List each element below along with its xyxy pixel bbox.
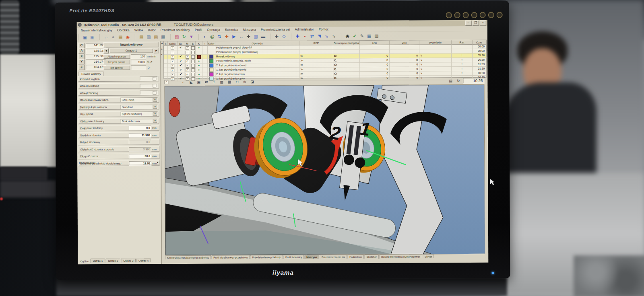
- op-row-button[interactable]: Aktualny posuw: [103, 54, 130, 59]
- blade-selector[interactable]: Ostrze 1: [109, 48, 153, 53]
- toolbar-icon[interactable]: ▦: [366, 33, 372, 39]
- viewport-checkbox[interactable]: ✓: [164, 80, 168, 84]
- toolbar-icon[interactable]: ▥: [146, 34, 152, 40]
- osd-button[interactable]: [454, 12, 460, 18]
- checkbox[interactable]: ✓: [171, 55, 174, 59]
- osd-button[interactable]: [471, 12, 477, 18]
- menu-item-11[interactable]: Pomoc: [316, 27, 331, 31]
- play-icon[interactable]: ▷: [148, 66, 150, 69]
- cell-s[interactable]: [190, 72, 196, 77]
- menu-item-7[interactable]: Ściernica: [223, 28, 241, 31]
- checkbox[interactable]: [153, 84, 156, 87]
- axis-button-C[interactable]: C: [78, 43, 85, 48]
- cell-szlifo[interactable]: ✓: [168, 72, 178, 77]
- toolbar-icon[interactable]: ▨: [374, 33, 380, 39]
- view-tab-1[interactable]: Profil obrabianego przedmiotu: [211, 255, 250, 259]
- viewport-tool-icon-6[interactable]: ▩: [226, 79, 232, 84]
- toolbar-icon[interactable]: ↘: [331, 33, 337, 39]
- cell-m[interactable]: ✓: [184, 59, 190, 64]
- cell-operacja[interactable]: Powierzchnia natarcia, czoło: [215, 59, 299, 64]
- checkbox[interactable]: [191, 72, 195, 76]
- menu-item-4[interactable]: Przedmiot obrabiany: [158, 28, 192, 32]
- blade-tab-4[interactable]: Ostrze 4: [136, 258, 151, 262]
- checkbox[interactable]: [153, 91, 156, 95]
- toolbar-icon[interactable]: ▤: [153, 34, 159, 40]
- toolbar-icon[interactable]: ◥: [316, 33, 322, 39]
- menu-item-3[interactable]: Kolor: [146, 28, 158, 32]
- checkbox[interactable]: ✓: [186, 73, 189, 76]
- axis-button-Y[interactable]: Y: [78, 59, 85, 64]
- viewport-tool-icon-9[interactable]: ◪: [249, 79, 255, 84]
- toolbar-icon[interactable]: ▣: [89, 34, 95, 40]
- op-row-value[interactable]: 100.0: [131, 60, 146, 64]
- checkbox[interactable]: ✓: [171, 46, 174, 50]
- view-tab-8[interactable]: Rekord sterowania numerycznego: [379, 254, 422, 258]
- toolbar-icon[interactable]: ▧: [174, 34, 180, 40]
- close-button[interactable]: ×: [480, 21, 486, 26]
- toolbar-icon[interactable]: ▪: [302, 33, 308, 39]
- checkbox[interactable]: [153, 77, 156, 80]
- toolbar-icon[interactable]: ↔: [103, 34, 109, 40]
- checkbox[interactable]: [191, 50, 195, 54]
- menu-item-5[interactable]: Profil: [192, 28, 204, 32]
- osd-button[interactable]: [446, 12, 452, 18]
- toolbar-icon[interactable]: ▥: [253, 33, 259, 39]
- toolbar-icon[interactable]: ▣: [82, 34, 88, 40]
- osd-button[interactable]: [480, 12, 486, 18]
- checkbox[interactable]: [191, 55, 195, 58]
- toolbar-icon[interactable]: ▶: [231, 33, 237, 39]
- toolbar-icon[interactable]: ▤: [118, 34, 124, 40]
- viewport-right-icon-0[interactable]: ▤: [448, 78, 454, 84]
- general-tab-label[interactable]: Ogólne: [79, 260, 90, 263]
- toolbar-icon[interactable]: ✔: [352, 33, 358, 39]
- checkbox[interactable]: ✓: [171, 64, 174, 68]
- toolbar-icon[interactable]: ⇅: [217, 34, 223, 40]
- view-tab-2[interactable]: Przedstawienie przekroju: [250, 255, 283, 259]
- viewport-tool-icon-0[interactable]: ⌐: [180, 79, 186, 85]
- cell-szlifo[interactable]: ✓: [168, 64, 178, 68]
- cell-s[interactable]: [190, 64, 196, 68]
- menu-item-10[interactable]: Administrator: [293, 28, 316, 31]
- toolbar-icon[interactable]: @: [209, 34, 215, 40]
- blade-tab-3[interactable]: Ostrze 3: [121, 259, 136, 263]
- menu-item-2[interactable]: Widok: [132, 28, 146, 32]
- numeric-input[interactable]: 50.0: [129, 154, 151, 158]
- view-tab-3[interactable]: Profil ściernicy: [283, 255, 304, 259]
- cell-szlifo[interactable]: ✓: [168, 68, 178, 72]
- view-tab-4[interactable]: Maszyna: [304, 255, 319, 259]
- osd-button[interactable]: [463, 12, 469, 18]
- checkbox[interactable]: [191, 46, 194, 49]
- cell-m[interactable]: ✓: [184, 55, 190, 59]
- viewport-tool-icon-7[interactable]: ↤: [234, 79, 240, 84]
- cell-m[interactable]: ✓: [184, 68, 190, 72]
- viewport-tool-icon-4[interactable]: ↥: [211, 79, 217, 84]
- view-tab-6[interactable]: Podzielone: [347, 255, 364, 259]
- osd-button[interactable]: [497, 12, 503, 18]
- toolbar-icon[interactable]: ✚: [246, 33, 252, 39]
- chevron-down-icon[interactable]: ▼: [153, 112, 157, 116]
- checkbox[interactable]: ✓: [186, 55, 189, 59]
- view-tab-7[interactable]: Sketcher: [365, 255, 379, 259]
- chevron-down-icon[interactable]: ▼: [153, 119, 157, 123]
- checkbox[interactable]: ✓: [185, 46, 189, 50]
- checkbox[interactable]: [186, 51, 189, 54]
- viewport-tool-icon-8[interactable]: ⊕: [242, 79, 248, 84]
- blade-prev-button[interactable]: ◀: [103, 48, 109, 53]
- dropdown[interactable]: Kąt linii śrubowej▼: [121, 111, 158, 116]
- checkbox[interactable]: [191, 59, 195, 63]
- toolbar-icon[interactable]: ◐: [202, 34, 208, 40]
- checkbox[interactable]: ✓: [171, 60, 174, 63]
- op-row-button[interactable]: Prz.pośl.przem.: [103, 60, 130, 64]
- numeric-input[interactable]: 0.0: [129, 125, 151, 130]
- view-tab-5[interactable]: Przemieszczenie osi: [320, 255, 347, 259]
- cell-szlifo[interactable]: ✓: [168, 46, 178, 50]
- cell-m[interactable]: ✓: [184, 46, 190, 50]
- menu-item-1[interactable]: Obróbka: [115, 29, 132, 32]
- toolbar-icon[interactable]: ⇄: [309, 33, 315, 39]
- cell-operacja[interactable]: Próbkowanie pozycji promieniowej: [215, 50, 299, 55]
- toolbar-icon[interactable]: ◉: [125, 34, 131, 40]
- cell-operacja[interactable]: Rowek wibrowy: [215, 54, 299, 59]
- viewport-tool-icon-2[interactable]: ▣: [196, 79, 202, 84]
- toolbar-icon[interactable]: ↻: [181, 34, 187, 40]
- viewport-tool-icon-3[interactable]: ⇄: [203, 79, 209, 84]
